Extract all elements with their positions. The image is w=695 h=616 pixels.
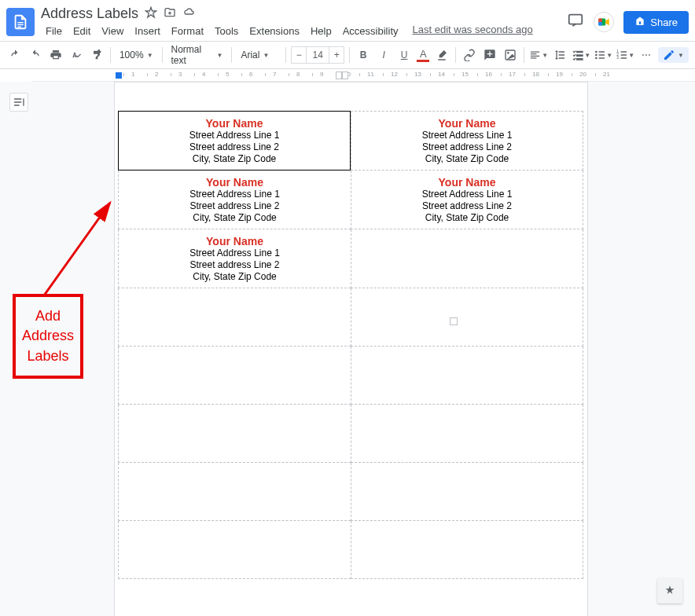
zoom-select[interactable]: 100%▼ <box>116 46 157 64</box>
menu-file[interactable]: File <box>41 24 67 38</box>
insert-link-button[interactable] <box>461 46 478 64</box>
address-label-cell[interactable]: Your NameStreet Address Line 1Street add… <box>118 229 351 288</box>
label-line3: City, State Zip Code <box>122 212 348 224</box>
star-icon[interactable] <box>145 6 157 22</box>
italic-button[interactable]: I <box>375 46 392 64</box>
address-label-cell[interactable] <box>118 463 351 521</box>
menu-format[interactable]: Format <box>167 24 208 38</box>
address-label-cell[interactable] <box>351 463 583 521</box>
menu-edit[interactable]: Edit <box>68 24 95 38</box>
label-line2: Street address Line 2 <box>122 200 348 212</box>
address-label-cell[interactable]: Your NameStreet Address Line 1Street add… <box>351 170 583 229</box>
ruler-tick: 5 <box>226 71 229 78</box>
address-label-cell[interactable]: Your NameStreet Address Line 1Street add… <box>351 111 583 170</box>
label-line1: Street Address Line 1 <box>355 189 579 200</box>
ruler-tick: 20 <box>579 71 587 78</box>
label-line3: City, State Zip Code <box>355 212 579 224</box>
ruler-tick: 7 <box>273 71 276 78</box>
comments-icon[interactable] <box>567 12 584 32</box>
label-line3: City, State Zip Code <box>122 271 348 283</box>
label-name: Your Name <box>355 118 579 130</box>
annotation-arrow <box>35 195 121 305</box>
ruler-tick: 1 <box>131 71 134 78</box>
bulleted-list-button[interactable]: ▼ <box>594 46 612 64</box>
line-spacing-button[interactable] <box>551 46 568 64</box>
svg-line-16 <box>44 203 110 295</box>
share-button[interactable]: Share <box>623 11 689 34</box>
svg-point-12 <box>595 57 598 60</box>
ruler-tick: 13 <box>414 71 421 78</box>
address-label-cell[interactable] <box>118 405 351 463</box>
highlight-button[interactable] <box>433 46 450 64</box>
redo-button[interactable] <box>27 46 44 64</box>
menu-bar: File Edit View Insert Format Tools Exten… <box>41 24 567 38</box>
ruler-tick: 3 <box>178 71 182 78</box>
label-name: Your Name <box>355 177 579 189</box>
menu-extensions[interactable]: Extensions <box>245 24 304 38</box>
address-label-cell[interactable] <box>118 521 351 579</box>
document-outline-button[interactable] <box>9 93 28 112</box>
font-size-increase[interactable]: + <box>329 46 344 64</box>
menu-help[interactable]: Help <box>306 24 336 38</box>
checklist-button[interactable]: ▼ <box>572 46 590 64</box>
insert-image-button[interactable] <box>502 46 519 64</box>
ruler-tick: 16 <box>485 71 492 78</box>
address-label-cell[interactable] <box>118 346 351 405</box>
address-label-cell[interactable] <box>351 405 583 463</box>
label-line2: Street address Line 2 <box>122 141 347 153</box>
menu-tools[interactable]: Tools <box>210 24 243 38</box>
label-name: Your Name <box>122 118 347 130</box>
font-select[interactable]: Arial▼ <box>237 46 281 64</box>
svg-rect-3 <box>569 15 583 24</box>
svg-text:3: 3 <box>616 56 619 60</box>
more-button[interactable]: ⋯ <box>638 46 655 64</box>
print-button[interactable] <box>47 46 64 64</box>
style-select[interactable]: Normal text▼ <box>167 46 226 64</box>
ruler-tick: 19 <box>556 71 563 78</box>
last-edit-link[interactable]: Last edit was seconds ago <box>413 24 533 38</box>
meet-icon[interactable] <box>594 12 614 32</box>
cloud-icon[interactable] <box>182 6 195 22</box>
label-line1: Street Address Line 1 <box>355 130 579 141</box>
label-line3: City, State Zip Code <box>122 153 347 165</box>
docs-logo[interactable] <box>6 8 35 36</box>
label-line3: City, State Zip Code <box>355 153 579 165</box>
underline-button[interactable]: U <box>395 46 413 64</box>
insert-comment-button[interactable] <box>481 46 498 64</box>
svg-point-9 <box>507 52 509 54</box>
address-label-cell[interactable] <box>351 288 583 346</box>
label-line2: Street address Line 2 <box>355 141 579 153</box>
move-icon[interactable] <box>164 6 176 22</box>
document-title[interactable]: Address Labels <box>41 6 138 22</box>
label-line1: Street Address Line 1 <box>122 130 347 141</box>
toolbar: 100%▼ Normal text▼ Arial▼ − 14 + B I U A… <box>0 41 695 69</box>
menu-accessibility[interactable]: Accessibility <box>338 24 403 38</box>
address-label-cell[interactable]: Your NameStreet Address Line 1Street add… <box>118 170 351 229</box>
bold-button[interactable]: B <box>355 46 372 64</box>
address-label-cell[interactable] <box>351 521 583 579</box>
table-handle-icon[interactable] <box>450 317 458 325</box>
spellcheck-button[interactable] <box>68 46 85 64</box>
address-label-cell[interactable] <box>118 288 351 346</box>
font-size-value[interactable]: 14 <box>307 46 329 64</box>
explore-button[interactable] <box>657 578 682 603</box>
label-name: Your Name <box>122 236 348 248</box>
svg-point-10 <box>595 51 598 53</box>
svg-rect-6 <box>599 22 603 26</box>
paint-format-button[interactable] <box>88 46 105 64</box>
label-line1: Street Address Line 1 <box>122 189 348 200</box>
font-size-decrease[interactable]: − <box>291 46 307 64</box>
menu-view[interactable]: View <box>97 24 128 38</box>
editing-mode-button[interactable]: ▼ <box>658 47 689 63</box>
menu-insert[interactable]: Insert <box>130 24 165 38</box>
numbered-list-button[interactable]: 123▼ <box>616 46 634 64</box>
annotation-text: Add Address Labels <box>16 306 80 366</box>
align-button[interactable]: ▼ <box>529 46 548 64</box>
address-label-cell[interactable]: Your NameStreet Address Line 1Street add… <box>118 111 351 170</box>
label-line2: Street address Line 2 <box>122 259 348 271</box>
text-color-button[interactable]: A <box>416 46 430 64</box>
address-label-cell[interactable] <box>351 346 583 405</box>
address-label-cell[interactable] <box>351 229 583 288</box>
horizontal-ruler[interactable]: 123456789101112131415161718192021 <box>31 69 695 82</box>
undo-button[interactable] <box>6 46 24 64</box>
